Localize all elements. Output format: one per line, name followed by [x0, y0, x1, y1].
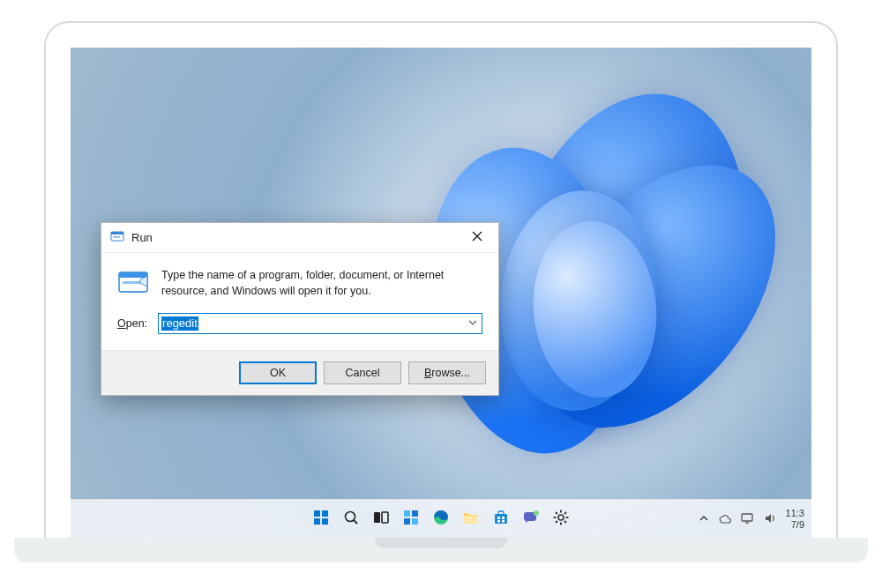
- close-button[interactable]: [458, 224, 497, 252]
- run-button-row: OK Cancel Browse...: [101, 350, 498, 395]
- chevron-up-icon: [699, 514, 708, 525]
- svg-rect-16: [404, 510, 410, 517]
- svg-rect-8: [314, 510, 320, 517]
- run-titlebar[interactable]: Run: [101, 223, 498, 253]
- browse-button-label: Browse...: [424, 367, 470, 379]
- svg-rect-39: [742, 514, 752, 521]
- ok-button[interactable]: OK: [239, 361, 317, 384]
- store-icon: [492, 509, 510, 530]
- svg-point-29: [534, 510, 539, 516]
- edge-browser-button[interactable]: [430, 509, 452, 530]
- svg-rect-2: [113, 236, 120, 238]
- run-title: Run: [131, 231, 153, 244]
- search-button[interactable]: [340, 509, 362, 530]
- svg-line-36: [564, 521, 566, 523]
- screen: Run: [71, 48, 811, 538]
- file-explorer-button[interactable]: [460, 509, 482, 530]
- svg-rect-10: [314, 518, 320, 525]
- svg-rect-23: [498, 511, 504, 515]
- svg-rect-15: [382, 512, 388, 523]
- svg-rect-14: [374, 512, 380, 523]
- run-program-icon: [117, 267, 149, 299]
- svg-line-38: [556, 521, 557, 523]
- svg-rect-27: [502, 520, 505, 523]
- svg-line-13: [354, 520, 357, 524]
- gear-icon: [552, 509, 570, 530]
- microsoft-store-button[interactable]: [490, 509, 512, 530]
- start-button[interactable]: [310, 509, 332, 530]
- clock-date: 7/9: [786, 519, 804, 531]
- svg-rect-19: [412, 518, 418, 525]
- laptop-frame: Run: [44, 21, 838, 540]
- edge-icon: [432, 509, 450, 530]
- onedrive-tray-icon[interactable]: [717, 511, 731, 527]
- svg-rect-25: [502, 517, 505, 519]
- tray-overflow-button[interactable]: [699, 514, 708, 525]
- svg-rect-9: [322, 510, 328, 517]
- svg-line-37: [564, 512, 566, 514]
- open-combobox[interactable]: regedit: [158, 313, 482, 334]
- cancel-button-label: Cancel: [346, 367, 380, 379]
- svg-rect-26: [497, 520, 500, 523]
- widgets-icon: [402, 509, 420, 530]
- clock-time: 11:3: [786, 508, 804, 519]
- task-view-button[interactable]: [370, 509, 392, 530]
- system-tray: 11:3 7/9: [699, 508, 804, 530]
- folder-icon: [462, 509, 480, 530]
- chat-icon: [522, 509, 540, 530]
- laptop-base: [14, 538, 868, 562]
- svg-point-12: [346, 511, 355, 521]
- clock[interactable]: 11:3 7/9: [786, 508, 804, 530]
- teams-chat-button[interactable]: [520, 509, 542, 530]
- svg-line-35: [556, 512, 557, 514]
- svg-rect-18: [404, 518, 410, 525]
- cancel-button[interactable]: Cancel: [324, 361, 401, 384]
- svg-rect-7: [123, 281, 140, 284]
- run-titlebar-icon: [110, 229, 124, 246]
- run-dialog: Run: [101, 222, 499, 396]
- ok-button-label: OK: [270, 367, 286, 379]
- svg-rect-11: [322, 518, 328, 525]
- taskbar: 11:3 7/9: [71, 499, 811, 538]
- network-tray-icon[interactable]: [740, 511, 754, 527]
- svg-rect-24: [497, 517, 500, 519]
- open-dropdown-button[interactable]: [464, 314, 482, 333]
- svg-rect-6: [119, 272, 147, 278]
- svg-rect-1: [111, 232, 123, 234]
- open-input[interactable]: [158, 313, 482, 334]
- volume-tray-icon[interactable]: [763, 511, 777, 527]
- svg-rect-21: [464, 516, 478, 524]
- svg-rect-22: [495, 514, 507, 524]
- svg-rect-17: [412, 510, 418, 517]
- run-description: Type the name of a program, folder, docu…: [161, 267, 482, 299]
- chevron-down-icon: [468, 317, 477, 330]
- windows-start-icon: [312, 509, 330, 530]
- browse-button[interactable]: Browse...: [408, 361, 486, 384]
- close-icon: [472, 231, 482, 244]
- taskbar-center-icons: [310, 509, 572, 530]
- settings-button[interactable]: [550, 509, 572, 530]
- task-view-icon: [372, 509, 390, 530]
- svg-point-30: [558, 515, 564, 520]
- widgets-button[interactable]: [400, 509, 422, 530]
- open-label: Open:: [117, 317, 147, 330]
- search-icon: [342, 509, 360, 530]
